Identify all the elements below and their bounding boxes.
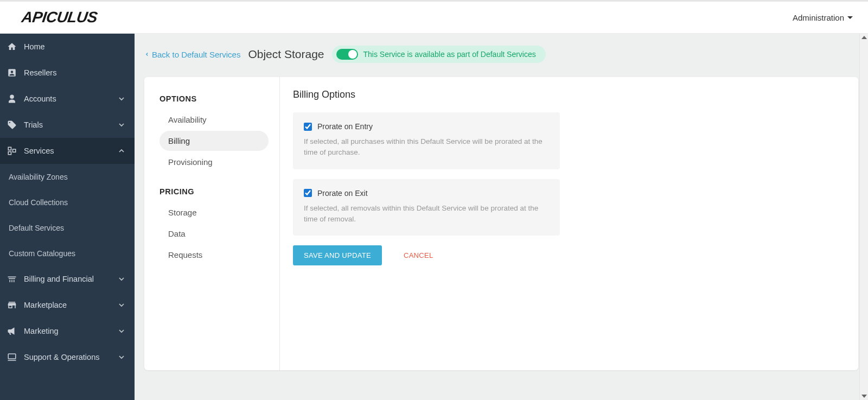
sidebar-item-support-operations[interactable]: Support & Operations [0, 344, 135, 370]
chevron-down-icon [117, 120, 126, 129]
page-title: Object Storage [248, 48, 324, 61]
sidebar-item-label: Cloud Collections [9, 198, 68, 207]
service-availability-toggle: This Service is available as part of Def… [332, 46, 546, 63]
prorate-exit-desc: If selected, all removals within this De… [304, 203, 547, 225]
content-card: OPTIONS Availability Billing Provisionin… [144, 77, 858, 370]
billing-heading: Billing Options [293, 89, 560, 100]
pricing-requests[interactable]: Requests [159, 245, 269, 265]
save-update-button[interactable]: SAVE AND UPDATE [293, 245, 382, 265]
brand-logo: APICULUS [21, 9, 99, 26]
page-header: Back to Default Services Object Storage … [135, 34, 868, 74]
back-link[interactable]: Back to Default Services [144, 50, 240, 59]
svg-rect-0 [8, 147, 11, 150]
sidebar-item-label: Accounts [24, 94, 56, 103]
option-provisioning[interactable]: Provisioning [159, 152, 269, 172]
chevron-down-icon [117, 275, 126, 283]
pricing-storage[interactable]: Storage [159, 202, 269, 223]
cancel-button[interactable]: CANCEL [404, 251, 433, 259]
home-icon [7, 41, 17, 52]
svg-rect-2 [13, 149, 16, 152]
main-content: Back to Default Services Object Storage … [135, 34, 868, 400]
chevron-down-icon [117, 353, 126, 361]
sidebar-item-label: Home [24, 42, 45, 51]
sidebar-item-label: Billing and Financial [24, 275, 94, 283]
action-buttons: SAVE AND UPDATE CANCEL [293, 245, 560, 265]
billing-panel: Billing Options Prorate on Entry If sele… [280, 77, 573, 370]
sidebar-item-marketing[interactable]: Marketing [0, 318, 135, 344]
options-sidebar: OPTIONS Availability Billing Provisionin… [144, 77, 280, 370]
svg-rect-1 [8, 152, 11, 155]
option-availability[interactable]: Availability [159, 110, 269, 130]
sidebar-item-label: Trials [24, 120, 43, 129]
toggle-text: This Service is available as part of Def… [363, 50, 536, 59]
prorate-entry-desc: If selected, all purchases within this D… [304, 136, 547, 158]
chevron-down-icon [117, 301, 126, 309]
sidebar-item-accounts[interactable]: Accounts [0, 86, 135, 112]
prorate-exit-checkbox[interactable] [304, 189, 312, 197]
switch-knob [348, 50, 357, 59]
toggle-switch[interactable] [336, 49, 358, 60]
resellers-icon [7, 67, 17, 78]
prorate-entry-box: Prorate on Entry If selected, all purcha… [293, 112, 560, 169]
sidebar-sub-default-services[interactable]: Default Services [0, 215, 135, 240]
sidebar-item-resellers[interactable]: Resellers [0, 60, 135, 86]
sidebar-sub-custom-catalogues[interactable]: Custom Catalogues [0, 240, 135, 266]
chevron-down-icon [117, 94, 126, 103]
svg-rect-3 [8, 354, 16, 359]
chevron-down-icon [117, 327, 126, 335]
scroll-down-icon [861, 395, 867, 398]
back-link-label: Back to Default Services [152, 50, 240, 59]
admin-dropdown[interactable]: Administration [793, 13, 853, 22]
sidebar-item-label: Marketplace [24, 301, 67, 309]
pricing-heading: PRICING [159, 187, 269, 196]
sidebar-item-label: Default Services [9, 224, 64, 232]
billing-icon [7, 274, 17, 284]
options-heading: OPTIONS [159, 94, 269, 103]
chevron-up-icon [117, 147, 126, 155]
support-icon [7, 352, 17, 363]
prorate-exit-label: Prorate on Exit [317, 189, 368, 198]
marketing-icon [7, 326, 17, 336]
services-icon [7, 145, 17, 156]
sidebar-item-services[interactable]: Services [0, 138, 135, 164]
prorate-exit-box: Prorate on Exit If selected, all removal… [293, 179, 560, 236]
sidebar-item-label: Services [24, 147, 54, 155]
sidebar-item-label: Custom Catalogues [9, 249, 75, 258]
pricing-data[interactable]: Data [159, 224, 269, 244]
sidebar-item-label: Resellers [24, 68, 56, 77]
scroll-up-icon [861, 36, 867, 39]
sidebar-item-billing-financial[interactable]: Billing and Financial [0, 266, 135, 292]
scrollbar[interactable] [859, 34, 868, 400]
prorate-entry-checkbox[interactable] [304, 123, 312, 131]
top-header: APICULUS Administration [0, 0, 868, 34]
marketplace-icon [7, 300, 17, 310]
sidebar-item-label: Marketing [24, 327, 59, 335]
caret-down-icon [847, 16, 853, 19]
sidebar: Home Resellers Accounts Trials [0, 34, 135, 400]
sidebar-item-marketplace[interactable]: Marketplace [0, 292, 135, 318]
accounts-icon [7, 93, 17, 104]
sidebar-sub-availability-zones[interactable]: Availability Zones [0, 164, 135, 189]
sidebar-item-label: Support & Operations [24, 353, 99, 361]
prorate-entry-label: Prorate on Entry [317, 122, 373, 131]
option-billing[interactable]: Billing [159, 131, 269, 151]
sidebar-item-label: Availability Zones [9, 173, 68, 181]
admin-label: Administration [793, 13, 844, 22]
sidebar-item-home[interactable]: Home [0, 34, 135, 60]
sidebar-sub-cloud-collections[interactable]: Cloud Collections [0, 189, 135, 215]
sidebar-item-trials[interactable]: Trials [0, 112, 135, 138]
trials-icon [7, 119, 17, 130]
